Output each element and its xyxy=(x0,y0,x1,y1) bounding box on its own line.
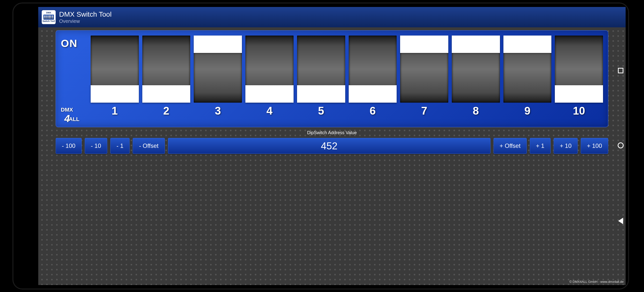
dip-switch-3[interactable]: 3 xyxy=(194,36,242,125)
dip-switch-number: 4 xyxy=(266,105,272,117)
plus-offset-button[interactable]: + Offset xyxy=(494,138,527,154)
section-label: DipSwitch Address Value xyxy=(56,130,608,135)
dip-switch-handle[interactable] xyxy=(91,85,139,103)
dip-switch-handle[interactable] xyxy=(246,85,294,103)
dip-switch-slot[interactable] xyxy=(246,36,294,103)
dip-switch-number: 5 xyxy=(318,105,324,117)
dip-switch-4[interactable]: 4 xyxy=(246,36,294,125)
dip-switch-10[interactable]: 10 xyxy=(555,36,603,125)
minus-offset-button[interactable]: - Offset xyxy=(132,138,165,154)
dip-switch-slot[interactable] xyxy=(194,36,242,103)
nav-home-icon[interactable] xyxy=(618,142,624,148)
dip-switch-slot[interactable] xyxy=(91,36,139,103)
dip-switch-number: 9 xyxy=(524,105,530,117)
app-title: DMX Switch Tool xyxy=(59,11,112,18)
plus-100-button[interactable]: + 100 xyxy=(581,138,608,154)
dip-switch-7[interactable]: 7 xyxy=(400,36,448,125)
nav-back-icon[interactable] xyxy=(618,218,623,224)
dip-switch-1[interactable]: 1 xyxy=(91,36,139,125)
dip-switch-6[interactable]: 6 xyxy=(349,36,397,125)
app-subtitle: Overview xyxy=(59,18,112,24)
app-icon-switch-graphic xyxy=(44,15,54,20)
dip-switch-number: 10 xyxy=(573,105,585,117)
dip-switch-number: 1 xyxy=(112,105,118,117)
dip-switch-handle[interactable] xyxy=(142,85,190,103)
dip-switch-slot[interactable] xyxy=(297,36,345,103)
dip-switch-slot[interactable] xyxy=(349,36,397,103)
address-value-display[interactable]: 452 xyxy=(168,138,490,154)
brand-logo: DMX 4ALL xyxy=(61,107,88,123)
app-titles: DMX Switch Tool Overview xyxy=(59,11,112,24)
dip-switch-number: 2 xyxy=(163,105,169,117)
android-navbar xyxy=(613,4,628,288)
dip-switch-number: 3 xyxy=(215,105,221,117)
dip-switch-panel: ON DMX 4ALL 12345678910 xyxy=(56,30,608,127)
app-screen: DMX Switch Tool DMX Switch Tool Overview… xyxy=(38,7,626,285)
dip-panel-left: ON DMX 4ALL xyxy=(61,36,88,125)
app-icon-top-text: DMX xyxy=(46,12,51,14)
on-label: ON xyxy=(61,38,88,50)
dip-switch-number: 6 xyxy=(370,105,376,117)
plus-1-button[interactable]: + 1 xyxy=(530,138,550,154)
dip-switch-slot[interactable] xyxy=(400,36,448,103)
dip-switch-handle[interactable] xyxy=(452,36,500,53)
dip-switch-handle[interactable] xyxy=(349,85,397,103)
app-header: DMX Switch Tool DMX Switch Tool Overview xyxy=(38,7,626,27)
controls-row: - 100 - 10 - 1 - Offset 452 + Offset + 1… xyxy=(56,138,608,154)
app-icon-bottom-text: Switch Tool xyxy=(42,20,55,23)
dip-switch-slot[interactable] xyxy=(504,36,552,103)
dip-switch-handle[interactable] xyxy=(504,36,552,53)
dip-switch-8[interactable]: 8 xyxy=(452,36,500,125)
dip-switch-handle[interactable] xyxy=(194,36,242,53)
switches-row: 12345678910 xyxy=(91,36,603,125)
dip-switch-handle[interactable] xyxy=(400,36,448,53)
minus-1-button[interactable]: - 1 xyxy=(110,138,130,154)
dip-switch-5[interactable]: 5 xyxy=(297,36,345,125)
app-icon: DMX Switch Tool xyxy=(42,10,56,24)
plus-10-button[interactable]: + 10 xyxy=(554,138,578,154)
dip-switch-slot[interactable] xyxy=(452,36,500,103)
dip-switch-number: 8 xyxy=(473,105,479,117)
dip-switch-handle[interactable] xyxy=(297,85,345,103)
content-area: ON DMX 4ALL 12345678910 DipSwitch Addres… xyxy=(38,27,626,285)
dip-switch-slot[interactable] xyxy=(142,36,190,103)
nav-recent-icon[interactable] xyxy=(618,68,624,73)
dip-switch-handle[interactable] xyxy=(555,85,603,103)
minus-10-button[interactable]: - 10 xyxy=(85,138,107,154)
dip-switch-slot[interactable] xyxy=(555,36,603,103)
minus-100-button[interactable]: - 100 xyxy=(56,138,82,154)
dip-switch-9[interactable]: 9 xyxy=(504,36,552,125)
device-frame: DMX Switch Tool DMX Switch Tool Overview… xyxy=(12,3,629,289)
dip-switch-number: 7 xyxy=(421,105,427,117)
dip-switch-2[interactable]: 2 xyxy=(142,36,190,125)
